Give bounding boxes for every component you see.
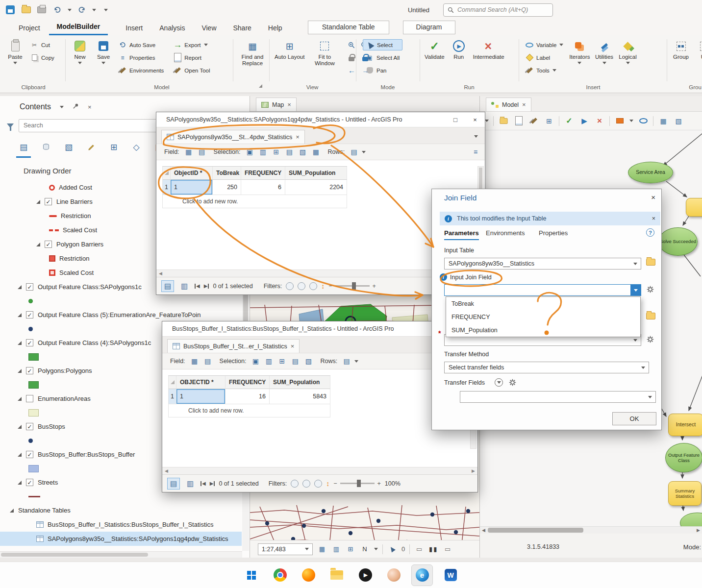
- start-button[interactable]: [241, 564, 262, 586]
- map-extent-icon[interactable]: ▭: [414, 544, 424, 554]
- model-horizontal-scrollbar[interactable]: ◀ ▶: [480, 526, 702, 534]
- new-model-button[interactable]: New: [69, 37, 91, 65]
- rows-view-icon[interactable]: ▤: [349, 147, 359, 157]
- back-icon[interactable]: ←: [348, 67, 355, 74]
- zoom-to-selection-icon[interactable]: ▥: [263, 356, 274, 367]
- zoom-in-small-icon[interactable]: +: [377, 480, 381, 487]
- edge-taskbar-button[interactable]: e: [411, 564, 433, 586]
- expander-icon[interactable]: [18, 341, 22, 345]
- auto-layout-button[interactable]: ⊞ Auto Layout: [273, 37, 306, 61]
- pan-button[interactable]: Pan: [363, 65, 402, 76]
- tab-list-chevron-icon[interactable]: [474, 135, 478, 138]
- column-header[interactable]: ObjectID *: [171, 167, 213, 180]
- window-title-bar[interactable]: SAPolygons8yw35o__Statistics:SAPolygons1…: [156, 112, 485, 127]
- map-tab[interactable]: Map ×: [256, 98, 297, 111]
- select-by-attributes-icon[interactable]: ▣: [250, 356, 261, 367]
- copy-button[interactable]: Copy: [27, 52, 57, 63]
- refresh-extent-icon[interactable]: ▭: [443, 544, 452, 554]
- north-arrow-icon[interactable]: N: [360, 544, 370, 554]
- tools-button[interactable]: Tools: [523, 65, 566, 76]
- tab-share[interactable]: Share: [226, 22, 259, 35]
- open-tool-button[interactable]: Open Tool: [171, 65, 213, 76]
- paint-taskbar-button[interactable]: [383, 564, 404, 586]
- expander-icon[interactable]: [10, 509, 14, 513]
- table-view-icon[interactable]: ▤: [167, 478, 180, 490]
- variable-button[interactable]: Variable: [523, 39, 566, 50]
- map-select-icon[interactable]: ▥: [331, 544, 341, 554]
- help-icon[interactable]: ?: [646, 228, 654, 237]
- filter-range-icon[interactable]: [309, 282, 317, 290]
- input-table-combo[interactable]: SAPolygons8yw35o__Statistics: [444, 258, 641, 270]
- expander-icon[interactable]: [18, 453, 22, 457]
- table-menu-icon[interactable]: ≡: [470, 147, 481, 157]
- tree-row[interactable]: Standalone Tables: [0, 503, 242, 517]
- contents-dropdown-icon[interactable]: [60, 106, 64, 108]
- model-group-dialog-launcher-icon[interactable]: [259, 84, 262, 88]
- cut-button[interactable]: ✂Cut: [27, 39, 57, 50]
- browse-join-table-icon[interactable]: [646, 313, 655, 319]
- lock-icon[interactable]: [348, 54, 355, 62]
- model-node-output-feature-class[interactable]: Output Feature Class: [665, 443, 702, 472]
- transfer-fields-combo[interactable]: [460, 391, 656, 403]
- fit-to-window-button[interactable]: Fit to Window: [307, 37, 342, 67]
- cell-objectid[interactable]: 1: [176, 389, 226, 404]
- undo-dropdown-icon[interactable]: [68, 9, 72, 11]
- tab-analysis[interactable]: Analysis: [151, 22, 193, 35]
- expander-icon[interactable]: [18, 285, 22, 289]
- table-horizontal-scrollbar[interactable]: ◀▶: [162, 467, 477, 474]
- cell-sum-population[interactable]: 5843: [270, 389, 330, 404]
- clear-selection-icon[interactable]: ▤: [290, 356, 301, 367]
- form-view-icon[interactable]: ▥: [178, 280, 191, 292]
- row-selector-cell[interactable]: 1: [163, 180, 171, 195]
- expander-icon[interactable]: [18, 369, 22, 373]
- model-variable-icon[interactable]: [638, 116, 649, 126]
- cell-objectid[interactable]: 1: [171, 180, 213, 195]
- table-view-icon[interactable]: ▤: [161, 280, 174, 292]
- media-player-taskbar-button[interactable]: ▶: [354, 564, 376, 586]
- window-title-bar[interactable]: BusStops_Buffer_I_Statistics:BusStops_Bu…: [162, 321, 477, 336]
- tab-view[interactable]: View: [194, 22, 224, 35]
- model-tools-icon[interactable]: [528, 116, 539, 126]
- tab-properties[interactable]: Properties: [539, 229, 568, 239]
- command-search[interactable]: [443, 3, 553, 17]
- expander-icon[interactable]: [18, 397, 22, 401]
- chrome-taskbar-button[interactable]: [269, 564, 291, 586]
- expander-icon[interactable]: [36, 200, 40, 204]
- pin-icon[interactable]: [73, 103, 79, 111]
- sort-icon[interactable]: ↕: [326, 480, 329, 488]
- close-dialog-icon[interactable]: ×: [651, 193, 655, 201]
- tab-diagram[interactable]: Diagram: [403, 21, 455, 34]
- add-new-row[interactable]: Click to add new row.: [169, 404, 330, 417]
- utilities-button[interactable]: Utilities: [593, 37, 616, 65]
- model-run-icon[interactable]: ▶: [579, 116, 590, 126]
- layer-checkbox[interactable]: [45, 198, 52, 205]
- dismiss-info-icon[interactable]: ×: [652, 215, 655, 222]
- open-dropdown-icon[interactable]: [630, 285, 641, 295]
- model-node-solve-succeeded[interactable]: Solve Succeeded: [658, 227, 698, 256]
- close-map-tab-icon[interactable]: ×: [287, 101, 291, 108]
- rows-view-icon[interactable]: ▤: [341, 356, 352, 367]
- corner-cell[interactable]: [169, 376, 176, 389]
- model-new-page-icon[interactable]: [513, 116, 524, 126]
- intermediate-button[interactable]: × Intermediate: [471, 37, 505, 61]
- sort-icon[interactable]: ↕: [321, 282, 325, 290]
- filter-range-icon[interactable]: [314, 480, 322, 488]
- group-button[interactable]: Group: [670, 37, 692, 61]
- north-dropdown-icon[interactable]: [374, 548, 378, 550]
- first-record-icon[interactable]: ◀: [201, 481, 206, 486]
- label-button[interactable]: Label: [523, 52, 566, 63]
- tab-project[interactable]: Project: [11, 22, 48, 35]
- first-record-icon[interactable]: ◀: [195, 283, 200, 289]
- layer-checkbox[interactable]: [26, 339, 33, 346]
- input-join-field-combo[interactable]: [444, 284, 641, 296]
- tree-row[interactable]: BusStops_Buffer_I_Statistics:BusStops_Bu…: [0, 517, 242, 532]
- add-field-icon[interactable]: ▦: [189, 356, 200, 367]
- rows-dropdown-icon[interactable]: [354, 360, 358, 363]
- column-header[interactable]: SUM_Population: [270, 376, 330, 389]
- customize-qat-icon[interactable]: [104, 9, 108, 11]
- model-toolbar-chevron-icon[interactable]: [485, 120, 489, 122]
- select-all-button[interactable]: ▣Select All: [363, 52, 402, 63]
- model-node-service-area[interactable]: Service Area: [628, 162, 673, 183]
- close-tab-icon[interactable]: ×: [296, 133, 300, 141]
- layer-checkbox[interactable]: [26, 451, 33, 458]
